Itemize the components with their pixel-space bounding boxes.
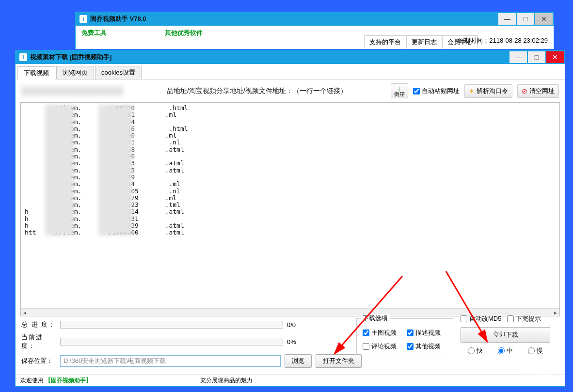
address-hint-label: 品地址/淘宝视频分享地址/视频文件地址：（一行一个链接） xyxy=(128,87,386,95)
download-options-group: 下载选项 主图视频 描述视频 评论视频 其他视频 xyxy=(356,318,453,355)
app-icon: i xyxy=(80,15,87,23)
status-welcome: 欢迎使用 xyxy=(20,377,44,384)
current-progress-value: 0% xyxy=(287,338,306,345)
total-progress-label: 总 进 度： xyxy=(21,320,56,329)
minimize-button[interactable]: — xyxy=(509,51,527,63)
reverse-order-button[interactable]: ↓ 倒序 xyxy=(391,83,408,98)
clear-icon: ⊘ xyxy=(522,87,527,95)
download-window: i 视频素材下载 [固乔视频助手] — □ ✕ 下载视频 浏览网页 cookie… xyxy=(15,50,565,387)
bottom-panel: 总 进 度： 0/0 当前进度： 0% 保存位置： 浏览 打开文件夹 下载选项 … xyxy=(16,316,565,375)
status-center: 充分展现商品的魅力 xyxy=(200,376,380,385)
window-title-back: 固乔视频助手 V78.0 xyxy=(90,15,497,23)
download-now-button[interactable]: 立即下载 xyxy=(461,327,550,343)
speed-mid-radio[interactable]: 中 xyxy=(498,346,513,355)
other-software-label: 其他优秀软件 xyxy=(165,29,203,37)
current-progress-bar xyxy=(60,338,283,345)
url-textarea[interactable]: ://item. /100220 .html ://item. /100041 … xyxy=(20,102,560,316)
comment-video-checkbox[interactable]: 评论视频 xyxy=(363,342,403,351)
download-action-column: 自动改MD5 下完提示 立即下载 快 中 慢 xyxy=(461,314,550,355)
auto-md5-checkbox[interactable]: 自动改MD5 xyxy=(461,314,501,323)
speed-slow-radio[interactable]: 慢 xyxy=(528,346,543,355)
status-bar: 欢迎使用 【固乔视频助手】 充分展现商品的魅力 xyxy=(16,375,565,386)
tab-browse-web[interactable]: 浏览网页 xyxy=(56,66,94,79)
parse-taokouling-button[interactable]: ✴ 解析淘口令 xyxy=(464,84,512,98)
save-location-label: 保存位置： xyxy=(21,357,56,365)
expire-time-label: 到期时间：2118-08-28 23:02:29 xyxy=(458,36,548,45)
browse-button[interactable]: 浏览 xyxy=(285,354,312,368)
tab-changelog[interactable]: 更新日志 xyxy=(406,35,442,48)
desc-video-checkbox[interactable]: 描述视频 xyxy=(407,329,447,337)
close-button[interactable]: ✕ xyxy=(535,13,553,25)
maximize-button[interactable]: □ xyxy=(528,51,545,63)
free-tools-label: 免费工具 xyxy=(81,29,107,37)
sparkle-icon: ✴ xyxy=(469,87,475,95)
download-options-legend: 下载选项 xyxy=(361,314,390,323)
open-folder-button[interactable]: 打开文件夹 xyxy=(316,354,362,368)
clear-urls-button[interactable]: ⊘ 清空网址 xyxy=(517,84,559,98)
auto-paste-checkbox[interactable]: 自动粘贴网址 xyxy=(413,87,460,95)
app-icon: i xyxy=(19,53,27,61)
blurred-region xyxy=(21,86,123,96)
main-window-back: i 固乔视频助手 V78.0 — □ ✕ 免费工具 其他优秀软件 支持的平台 更… xyxy=(75,12,554,49)
watermark: 秒懂生活 miaodongshenghuo.com xyxy=(511,369,564,384)
window-title-front: 视频素材下载 [固乔视频助手] xyxy=(30,53,509,62)
titlebar-front: i 视频素材下载 [固乔视频助手] — □ ✕ xyxy=(16,50,565,64)
total-progress-bar xyxy=(60,321,283,329)
scroll-left-icon[interactable]: ◄ xyxy=(21,309,29,316)
current-progress-label: 当前进度： xyxy=(21,333,56,350)
total-progress-value: 0/0 xyxy=(287,321,306,329)
status-app-name: 【固乔视频助手】 xyxy=(45,377,92,384)
done-tip-checkbox[interactable]: 下完提示 xyxy=(507,314,541,323)
tab-supported-platforms[interactable]: 支持的平台 xyxy=(364,35,406,48)
save-path-input[interactable] xyxy=(60,355,281,367)
close-button[interactable]: ✕ xyxy=(546,51,564,63)
arrow-down-icon: ↓ xyxy=(398,85,401,92)
other-video-checkbox[interactable]: 其他视频 xyxy=(407,342,447,351)
main-video-checkbox[interactable]: 主图视频 xyxy=(363,329,403,337)
tab-download-video[interactable]: 下载视频 xyxy=(17,66,55,79)
tab-cookies-settings[interactable]: cookies设置 xyxy=(95,66,142,79)
speed-fast-radio[interactable]: 快 xyxy=(468,346,483,355)
titlebar-back: i 固乔视频助手 V78.0 — □ ✕ xyxy=(76,12,554,26)
tab-bar: 下载视频 浏览网页 cookies设置 xyxy=(16,64,565,79)
scroll-right-icon[interactable]: ► xyxy=(552,309,559,316)
minimize-button[interactable]: — xyxy=(498,13,516,25)
maximize-button[interactable]: □ xyxy=(517,13,534,25)
address-toolbar: 品地址/淘宝视频分享地址/视频文件地址：（一行一个链接） ↓ 倒序 自动粘贴网址… xyxy=(16,79,565,102)
